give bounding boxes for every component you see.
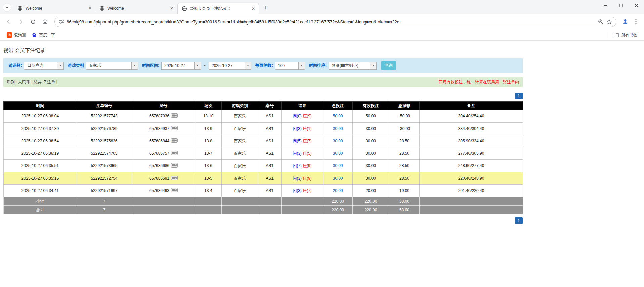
address-bar[interactable]: 66cxkj98.com/ipl/portal.php/game/betreco… <box>54 17 616 27</box>
cell-result: 闲(0) 庄(9) <box>282 110 323 123</box>
cell-payout: 28.50 <box>389 172 420 185</box>
new-tab-button[interactable]: + <box>261 3 270 13</box>
reload-button[interactable] <box>28 16 38 27</box>
cell-note: 304.40/254.40 <box>420 110 523 123</box>
dropdown-arrow-icon[interactable]: ▼ <box>370 62 376 69</box>
page-title: 视讯 会员下注纪录 <box>3 47 523 54</box>
total-bet-link[interactable]: 50.00 <box>333 114 343 118</box>
zoom-icon[interactable] <box>598 19 604 25</box>
cell-round-id: 657686937 <box>132 123 195 135</box>
result-banker: 庄(7) <box>303 188 312 193</box>
date-from-select[interactable]: 2025-10-27 ▼ <box>161 62 201 70</box>
date-range-label: 时间区间: <box>142 63 159 68</box>
all-bookmarks-button[interactable]: 所有书签 <box>611 31 640 39</box>
close-button[interactable] <box>629 0 644 11</box>
cell-session: 13-10 <box>195 110 222 123</box>
tab-bet-record-active[interactable]: :::视讯 会员下注纪录::: ✕ <box>177 3 259 14</box>
tab-search-button[interactable] <box>3 3 11 12</box>
total-bet-link[interactable]: 30.00 <box>333 163 343 168</box>
url-text[interactable]: 66cxkj98.com/ipl/portal.php/game/betreco… <box>67 19 595 25</box>
result-banker: 庄(9) <box>303 163 312 168</box>
dropdown-arrow-icon[interactable]: ▼ <box>298 62 305 69</box>
page-number-button[interactable]: 1 <box>515 217 523 224</box>
col-game-type: 游戏类别 <box>222 102 258 110</box>
video-replay-icon <box>171 126 178 130</box>
page-size-select[interactable]: 100 ▼ <box>275 62 305 70</box>
baidu-paw-icon <box>32 32 37 38</box>
tab-close-icon[interactable]: ✕ <box>251 6 256 11</box>
video-replay-button[interactable] <box>171 151 178 156</box>
tab-close-icon[interactable]: ✕ <box>87 6 93 11</box>
video-replay-icon <box>171 176 178 180</box>
cell-total-bet: 30.00 <box>323 147 353 160</box>
video-replay-button[interactable] <box>171 138 178 144</box>
page-content: 视讯 会员下注纪录 请选择: 日期查询 ▼ 游戏类别 百家乐 ▼ 时间区间: 2… <box>0 41 644 224</box>
total-bet-link[interactable]: 30.00 <box>333 126 343 131</box>
video-replay-button[interactable] <box>171 188 178 193</box>
cell-bet-id: 522921571697 <box>77 185 132 197</box>
cell-round-id: 657686757 <box>132 147 195 160</box>
query-type-select[interactable]: 日期查询 ▼ <box>24 62 64 70</box>
tab-welcome-2[interactable]: Welcome ✕ <box>95 3 177 14</box>
video-replay-button[interactable] <box>171 176 178 181</box>
menu-icon[interactable] <box>631 17 641 27</box>
cell-round-id: 657686686 <box>132 160 195 172</box>
cell-time: 2025-10-27 06:36:19 <box>4 147 77 160</box>
minimize-button[interactable] <box>598 0 613 11</box>
dropdown-arrow-icon[interactable]: ▼ <box>245 62 251 69</box>
subtotal-label: 小计 <box>4 197 77 206</box>
sort-label: 时间排序: <box>309 63 327 68</box>
search-button[interactable]: 查询 <box>381 61 396 70</box>
total-label: 总计 <box>4 206 77 214</box>
dropdown-arrow-icon[interactable]: ▼ <box>194 62 201 69</box>
video-replay-button[interactable] <box>171 126 178 131</box>
subtotal-valid-bet: 220.00 <box>353 197 389 206</box>
result-banker: 庄(1) <box>303 126 312 131</box>
dropdown-arrow-icon[interactable]: ▼ <box>57 62 63 69</box>
sort-select[interactable]: 降幂(由大到小) ▼ <box>329 62 377 70</box>
home-button[interactable] <box>40 16 50 27</box>
cell-time: 2025-10-27 06:35:15 <box>4 172 77 185</box>
result-player: 闲(7) <box>293 163 302 168</box>
total-bet-link[interactable]: 30.00 <box>333 176 343 181</box>
bookmark-baidu[interactable]: 百度一下 <box>29 31 58 39</box>
maximize-button[interactable] <box>613 0 629 11</box>
cell-valid-bet: 20.00 <box>353 185 389 197</box>
cell-result: 闲(3) 庄(9) <box>282 172 323 185</box>
col-payout: 总派彩 <box>389 102 420 110</box>
cell-bet-id: 522921577743 <box>77 110 132 123</box>
bookmark-label: 百度一下 <box>39 32 55 38</box>
date-to-select[interactable]: 2025-10-27 ▼ <box>209 62 251 70</box>
chevron-down-icon <box>5 6 9 9</box>
globe-favicon-icon <box>99 6 105 11</box>
table-row: 2025-10-27 06:35:15522921572754657686591… <box>4 172 523 185</box>
forward-button[interactable] <box>15 16 26 27</box>
tab-close-icon[interactable]: ✕ <box>169 6 175 11</box>
table-row: 2025-10-27 06:35:51522921573965657686686… <box>4 160 523 172</box>
video-replay-button[interactable] <box>171 163 178 169</box>
cell-time: 2025-10-27 06:36:54 <box>4 135 77 147</box>
page-number-button[interactable]: 1 <box>515 93 523 99</box>
dropdown-arrow-icon[interactable]: ▼ <box>131 62 138 69</box>
back-button[interactable] <box>3 16 14 27</box>
video-replay-button[interactable] <box>171 113 178 119</box>
result-player: 闲(3) <box>293 151 302 156</box>
tab-title: :::视讯 会员下注纪录::: <box>190 6 248 11</box>
tab-title: Welcome <box>26 6 85 11</box>
total-bet-link[interactable]: 20.00 <box>333 188 343 193</box>
total-bet-link[interactable]: 30.00 <box>333 139 343 143</box>
cell-game-type: 百家乐 <box>222 185 258 197</box>
cell-game-type: 百家乐 <box>222 172 258 185</box>
bookmarks-divider <box>608 32 608 38</box>
cell-total-bet: 50.00 <box>323 110 353 123</box>
bookmark-aitaobao[interactable]: 淘 爱淘宝 <box>4 31 29 39</box>
bookmark-star-icon[interactable] <box>606 19 612 25</box>
game-type-select[interactable]: 百家乐 ▼ <box>86 62 138 70</box>
total-bet-link[interactable]: 30.00 <box>333 151 343 156</box>
select-label: 请选择: <box>9 63 22 68</box>
profile-avatar[interactable] <box>621 17 630 27</box>
site-settings-icon[interactable] <box>59 19 64 25</box>
video-replay-icon <box>171 138 178 143</box>
tab-welcome-1[interactable]: Welcome ✕ <box>13 3 95 14</box>
subtotal-row: 小计 7 220.00 220.00 53.00 <box>4 197 523 206</box>
